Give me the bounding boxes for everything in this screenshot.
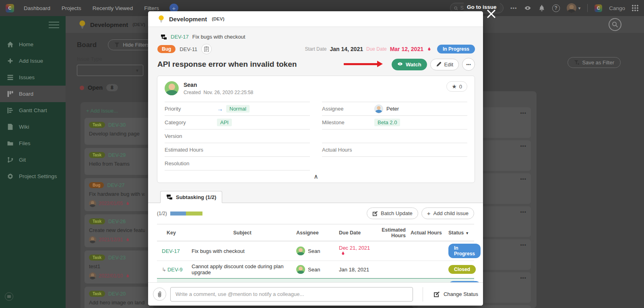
due-date: 2022/01/10 [99,273,123,279]
field-value[interactable]: Normal [226,105,250,113]
card-menu-ellipsis-icon[interactable]: ••• [520,144,526,149]
attach-file-button[interactable] [153,287,166,301]
issue-type-select[interactable]: ▼ [77,65,143,76]
more-actions-button[interactable]: ••• [462,58,475,71]
sidebar-collapse-menu-icon[interactable] [49,22,59,28]
issue-fields-card: Sean Created Nov. 26, 2020 22:25:58 ★ 0 … [157,76,475,183]
user-avatar[interactable] [567,3,576,13]
issue-key-link[interactable]: DEV-27 [107,183,124,188]
project-key: (DEV) [132,22,145,27]
space-name[interactable]: Cango [609,5,625,11]
card-menu-ellipsis-icon[interactable]: ••• [520,275,526,281]
select-caret-icon: ▼ [135,68,139,73]
start-date-label: Start Date [305,46,326,52]
subtask-key-link[interactable]: DEV-17 [162,248,180,254]
sidebar-item-git[interactable]: Git [0,152,66,168]
field-milestone: Milestone Beta 2.0 [322,116,467,129]
author-row: Sean Created Nov. 26, 2020 22:25:58 ★ 0 [165,81,467,95]
card-menu-ellipsis-icon[interactable]: ••• [520,111,526,116]
parent-issue-key-link[interactable]: DEV-17 [171,34,189,40]
sort-caret-icon: ▼ [465,231,469,235]
sidebar-item-board[interactable]: Board [0,86,66,102]
issue-key-link[interactable]: DEV-23 [108,255,126,261]
card-menu-ellipsis-icon[interactable]: ••• [520,177,526,182]
sidebar-item-issues[interactable]: Issues [0,69,66,86]
save-as-filter-button[interactable]: Save as Filter [568,57,621,68]
copy-key-button[interactable] [201,44,212,54]
space-logo-icon[interactable]: C [594,4,602,12]
app-logo-icon[interactable]: C [6,4,14,12]
sidebar-item-add-issue[interactable]: Add Issue [0,53,66,69]
user-menu-caret-icon[interactable]: ▾ [578,6,581,11]
board-search-icon[interactable] [609,18,621,31]
board-card[interactable]: TaskDEV-26 Create new device feature 202… [85,214,149,247]
assignee-value[interactable]: Peter [374,105,399,113]
watch-eye-icon[interactable] [524,4,531,12]
col-status[interactable]: Status▼ [448,230,474,236]
edit-button[interactable]: Edit [430,59,459,70]
field-label: Priority [165,106,217,112]
sidebar-item-label: Gantt Chart [19,107,47,113]
subtask-key-link[interactable]: DEV-9 [167,267,183,273]
sidebar-bottom-widget-icon[interactable] [5,292,13,301]
field-value[interactable]: Beta 2.0 [374,119,400,126]
close-icon[interactable] [486,8,497,19]
nav-filters[interactable]: Filters [144,5,159,11]
notifications-bell-icon[interactable] [538,4,545,12]
annotation-arrow [344,63,378,65]
sidebar-item-wiki[interactable]: Wiki [0,119,66,135]
add-child-issue-label: Add child issue [433,210,469,216]
issue-type-badge: Task [89,291,105,297]
batch-update-button[interactable]: Batch Update [367,207,418,219]
issue-detail-modal: Development (DEV) DEV-17 Fix bugs with c… [148,11,483,306]
issue-key-link[interactable]: DEV-29 [108,152,126,158]
board-card[interactable]: BugDEV-27 Fix hardware bug with vacu 202… [85,178,149,211]
subtask-tabs: Subtasking (1/2) [148,191,483,203]
wiki-document-icon [7,123,14,130]
sidebar-item-gantt-chart[interactable]: Gantt Chart [0,102,66,119]
nav-projects[interactable]: Projects [62,5,81,11]
progress-segment-done [170,211,186,216]
subtask-arrow-icon: ↳ [162,267,166,273]
status-badge[interactable]: Closed [448,265,476,274]
add-child-issue-button[interactable]: + Add child issue [421,207,474,219]
board-card[interactable]: ••• [417,305,531,308]
apps-grid-icon[interactable] [632,5,638,11]
star-button[interactable]: ★ 0 [446,81,467,92]
sidebar-item-files[interactable]: Files [0,135,66,152]
batch-edit-icon [372,211,378,216]
field-value[interactable]: API [217,119,232,126]
card-menu-ellipsis-icon[interactable]: ••• [520,209,526,215]
nav-recently-viewed[interactable]: Recently Viewed [93,5,133,11]
footer-divider [423,287,423,302]
issue-key-link[interactable]: DEV-20 [108,291,126,297]
parent-issue-title: Fix bugs with checkout [192,34,246,40]
board-card[interactable]: TaskDEV-23 test1 2022/01/10 [85,251,149,283]
field-actual-hours: Actual Hours [322,143,467,157]
subtask-row[interactable]: DEV-17 Fix bugs with checkout Sean Dec 2… [157,241,474,261]
comment-input[interactable] [170,287,413,302]
board-card[interactable]: TaskDEV-29 Hello from Teams [85,148,149,175]
issue-key-link[interactable]: DEV-30 [108,122,126,128]
assignee-avatar [89,200,96,207]
watch-button[interactable]: Watch [392,59,427,70]
card-menu-ellipsis-icon[interactable]: ••• [520,242,526,248]
sidebar-item-project-settings[interactable]: Project Settings [0,168,66,185]
issue-key-link[interactable]: DEV-26 [108,219,126,224]
change-status-button[interactable]: Change Status [433,291,478,298]
board-card[interactable]: TaskDEV-20 Add hero image on landing p 2… [85,287,149,308]
topbar-more-icon[interactable]: ••• [510,5,517,11]
author-avatar [165,81,179,95]
project-title[interactable]: Development [90,21,128,28]
nav-dashboard[interactable]: Dashboard [24,5,50,11]
help-icon[interactable]: ? [552,4,560,12]
sidebar-item-home[interactable]: Home [0,36,66,53]
issue-type-label: Issue Type [77,56,102,62]
tab-subtasking[interactable]: Subtasking (1/2) [160,191,222,203]
collapse-chevron-icon[interactable]: ∧ [165,170,467,181]
add-issue-link[interactable]: + Add Issue... [86,108,149,114]
status-badge[interactable]: In Progress [448,244,481,258]
status-badge[interactable]: In Progress [437,45,475,53]
board-card[interactable]: TaskDEV-30 Develop landing page [85,118,149,145]
subtask-row[interactable]: ↳DEV-9 Cannot apply discount code during… [157,261,474,278]
